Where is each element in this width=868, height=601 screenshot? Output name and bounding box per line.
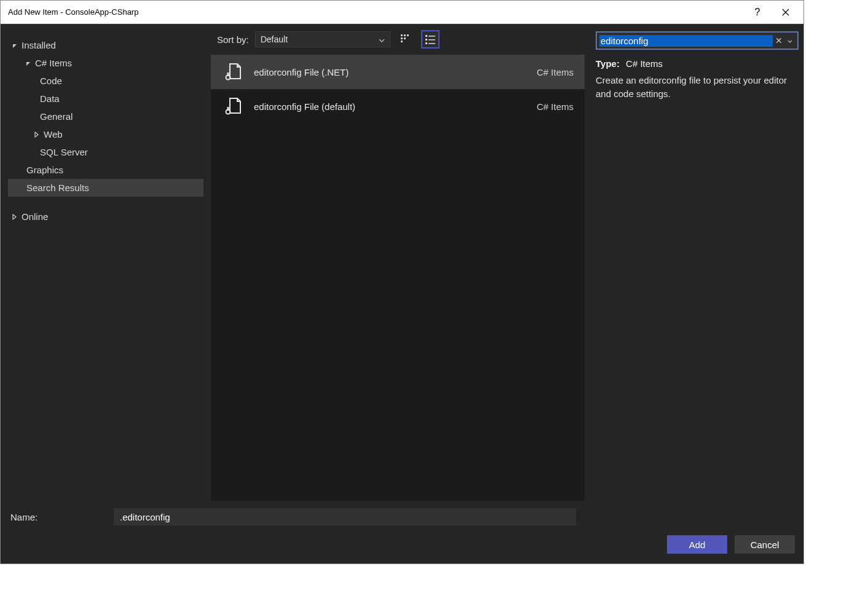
template-category: C# Items — [537, 101, 574, 112]
button-row: Add Cancel — [1, 530, 803, 564]
svg-rect-5 — [401, 41, 403, 42]
close-button[interactable] — [771, 1, 800, 24]
svg-rect-11 — [428, 43, 435, 44]
chevron-down-icon — [379, 34, 385, 44]
svg-rect-7 — [428, 36, 435, 37]
tree-installed[interactable]: Installed — [8, 36, 203, 54]
svg-rect-3 — [401, 37, 403, 39]
tree-label: Online — [22, 210, 48, 223]
details-panel: editorconfig ✕ Type: C# Items Create an … — [588, 24, 803, 501]
tree-search-results[interactable]: Search Results — [8, 179, 203, 197]
titlebar: Add New Item - ConsoleApp-CSharp ? — [1, 1, 803, 24]
add-button[interactable]: Add — [667, 535, 727, 554]
category-tree: Installed C# Items Code Data General Web — [1, 24, 211, 501]
tree-label: Search Results — [26, 181, 89, 194]
clear-search-icon[interactable]: ✕ — [773, 36, 785, 45]
editorconfig-file-icon — [222, 96, 243, 117]
search-box[interactable]: editorconfig ✕ — [596, 31, 799, 50]
search-dropdown-icon[interactable] — [785, 36, 795, 45]
main-row: Installed C# Items Code Data General Web — [1, 24, 803, 501]
tree-label: Web — [44, 128, 63, 141]
caret-down-icon — [10, 42, 18, 49]
tree-code[interactable]: Code — [8, 72, 203, 90]
editorconfig-file-icon — [222, 61, 243, 82]
tree-label: C# Items — [35, 57, 72, 69]
tree-general[interactable]: General — [8, 108, 203, 125]
tree-online[interactable]: Online — [8, 208, 203, 226]
tree-label: Data — [40, 92, 60, 105]
add-new-item-dialog: Add New Item - ConsoleApp-CSharp ? Insta… — [0, 0, 804, 564]
template-list: editorconfig File (.NET) C# Items — [211, 55, 585, 501]
view-list-button[interactable] — [421, 30, 440, 49]
svg-rect-6 — [425, 35, 427, 37]
sort-value: Default — [261, 34, 288, 44]
workspace: Installed C# Items Code Data General Web — [1, 24, 803, 564]
template-item[interactable]: editorconfig File (default) C# Items — [211, 89, 585, 124]
name-input[interactable] — [114, 508, 576, 525]
svg-rect-13 — [227, 73, 229, 76]
search-input[interactable]: editorconfig — [599, 35, 773, 47]
svg-rect-8 — [425, 39, 427, 41]
cancel-button[interactable]: Cancel — [735, 535, 795, 554]
tree-label: Graphics — [26, 163, 63, 176]
svg-rect-10 — [425, 42, 427, 44]
window-title: Add New Item - ConsoleApp-CSharp — [8, 7, 743, 17]
svg-rect-2 — [407, 34, 409, 36]
name-label: Name: — [10, 512, 109, 522]
svg-rect-0 — [401, 34, 403, 36]
tree-label: General — [40, 110, 73, 123]
sort-select[interactable]: Default — [255, 31, 390, 47]
view-grid-button[interactable] — [397, 30, 415, 49]
help-button[interactable]: ? — [743, 1, 771, 24]
template-name: editorconfig File (default) — [254, 101, 526, 112]
template-column: Sort by: Default — [211, 24, 588, 501]
template-name: editorconfig File (.NET) — [254, 67, 526, 77]
svg-rect-9 — [428, 39, 435, 41]
detail-type-label: Type: — [596, 58, 620, 69]
template-item-selected[interactable]: editorconfig File (.NET) C# Items — [211, 55, 585, 89]
template-toolbar: Sort by: Default — [211, 30, 588, 55]
name-row: Name: — [1, 501, 803, 530]
tree-csharp-items[interactable]: C# Items — [8, 54, 203, 72]
svg-rect-15 — [227, 107, 229, 111]
detail-type-value: C# Items — [626, 58, 663, 69]
tree-label: Installed — [22, 39, 56, 52]
detail-description: Create an editorconfig file to persist y… — [596, 74, 799, 101]
svg-rect-1 — [404, 34, 406, 36]
tree-graphics[interactable]: Graphics — [8, 161, 203, 179]
template-category: C# Items — [537, 67, 574, 77]
sort-label: Sort by: — [217, 34, 249, 45]
svg-rect-4 — [404, 37, 406, 39]
detail-type-row: Type: C# Items — [596, 58, 799, 69]
tree-web[interactable]: Web — [8, 125, 203, 143]
caret-down-icon — [24, 60, 31, 67]
caret-right-icon — [33, 131, 40, 138]
tree-sqlserver[interactable]: SQL Server — [8, 143, 203, 161]
caret-right-icon — [10, 213, 18, 221]
tree-data[interactable]: Data — [8, 90, 203, 108]
tree-label: SQL Server — [40, 146, 88, 159]
tree-label: Code — [40, 74, 62, 87]
